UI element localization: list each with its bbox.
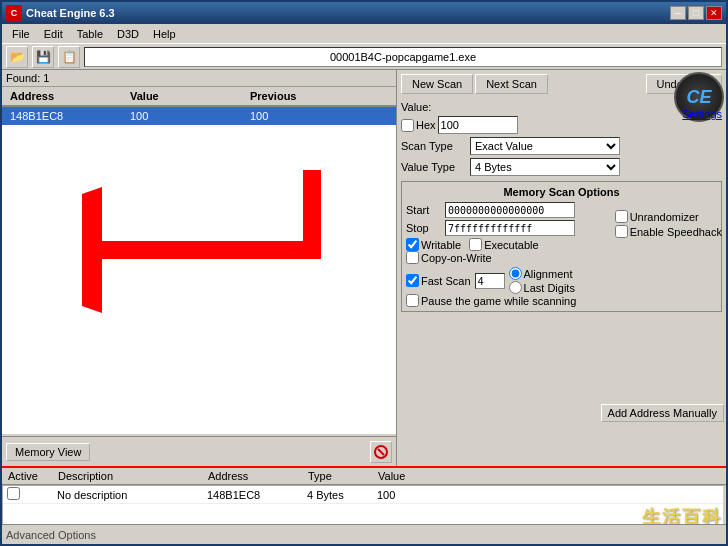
title-bar-left: C Cheat Engine 6.3 — [6, 5, 115, 21]
menu-d3d[interactable]: D3D — [111, 26, 145, 42]
addr-table-header: Active Description Address Type Value — [2, 468, 726, 485]
scan-type-label: Scan Type — [401, 140, 466, 152]
speedhack-item: Enable Speedhack — [615, 225, 722, 238]
copy-on-write-checkbox[interactable] — [406, 251, 419, 264]
svg-line-2 — [378, 449, 384, 455]
addr-header-value: Value — [374, 469, 724, 483]
fast-scan-checkbox[interactable] — [406, 274, 419, 287]
minimize-button[interactable]: ─ — [670, 6, 686, 20]
addr-row[interactable]: No description 148B1EC8 4 Bytes 100 — [3, 486, 723, 504]
fast-scan-input[interactable] — [475, 273, 505, 289]
value-label: Value: — [401, 101, 461, 113]
scan-type-row: Scan Type Exact Value — [401, 137, 722, 155]
memory-view-button[interactable]: Memory View — [6, 443, 90, 461]
process-input[interactable] — [84, 47, 722, 67]
title-bar: C Cheat Engine 6.3 ─ □ ✕ — [2, 2, 726, 24]
fast-scan-item: Fast Scan — [406, 274, 471, 287]
stop-scan-button[interactable] — [370, 441, 392, 463]
value-type-row: Value Type 4 Bytes — [401, 158, 722, 176]
addr-active-cell — [3, 486, 53, 503]
load-button[interactable]: 📋 — [58, 46, 80, 68]
menu-bar: File Edit Table D3D Help — [2, 24, 726, 44]
last-digits-radio-item: Last Digits — [509, 281, 575, 294]
speedhack-checkbox[interactable] — [615, 225, 628, 238]
addr-value-cell: 100 — [373, 488, 723, 502]
value-type-select[interactable]: 4 Bytes — [470, 158, 620, 176]
found-count: Found: 1 — [2, 70, 396, 87]
scan-previous: 100 — [242, 108, 396, 124]
value-input[interactable] — [438, 116, 518, 134]
new-scan-button[interactable]: New Scan — [401, 74, 473, 94]
menu-file[interactable]: File — [6, 26, 36, 42]
unrandomizer-label: Unrandomizer — [630, 211, 699, 223]
scan-row[interactable]: 148B1EC8 100 100 — [2, 107, 396, 125]
scan-table-body: 148B1EC8 100 100 — [2, 107, 396, 434]
addr-desc-cell: No description — [53, 488, 203, 502]
addr-header-active: Active — [4, 469, 54, 483]
advanced-options-bar: Advanced Options — [2, 524, 726, 544]
addr-active-checkbox[interactable] — [7, 487, 20, 500]
col-address-header: Address — [2, 88, 122, 104]
process-bar: 📂 💾 📋 — [2, 44, 726, 70]
writable-item: Writable — [406, 238, 461, 251]
left-bottom-controls: Memory View — [2, 436, 396, 466]
hex-label: Hex — [416, 119, 436, 131]
executable-checkbox[interactable] — [469, 238, 482, 251]
maximize-button[interactable]: □ — [688, 6, 704, 20]
addr-header-address: Address — [204, 469, 304, 483]
pause-checkbox[interactable] — [406, 294, 419, 307]
menu-help[interactable]: Help — [147, 26, 182, 42]
app-icon: C — [6, 5, 22, 21]
scan-table: Address Value Previous 148B1EC8 100 100 — [2, 87, 396, 436]
advanced-options-label[interactable]: Advanced Options — [6, 529, 96, 541]
copy-on-write-label: Copy-on-Write — [421, 252, 492, 264]
add-address-button[interactable]: Add Address Manually — [601, 404, 724, 422]
unrandomizer-checkbox[interactable] — [615, 210, 628, 223]
pause-label: Pause the game while scanning — [421, 295, 576, 307]
col-previous-header: Previous — [242, 88, 396, 104]
copy-on-write-item: Copy-on-Write — [406, 251, 492, 264]
menu-edit[interactable]: Edit — [38, 26, 69, 42]
menu-table[interactable]: Table — [71, 26, 109, 42]
alignment-radio[interactable] — [509, 267, 522, 280]
last-digits-radio[interactable] — [509, 281, 522, 294]
speedhack-label: Enable Speedhack — [630, 226, 722, 238]
stop-label: Stop — [406, 222, 441, 234]
scan-type-select[interactable]: Exact Value — [470, 137, 620, 155]
save-button[interactable]: 💾 — [32, 46, 54, 68]
addr-address-cell: 148B1EC8 — [203, 488, 303, 502]
executable-item: Executable — [469, 238, 538, 251]
col-value-header: Value — [122, 88, 242, 104]
close-button[interactable]: ✕ — [706, 6, 722, 20]
addr-type-cell: 4 Bytes — [303, 488, 373, 502]
open-process-button[interactable]: 📂 — [6, 46, 28, 68]
alignment-radio-item: Alignment — [509, 267, 575, 280]
writable-checkbox[interactable] — [406, 238, 419, 251]
fast-scan-label: Fast Scan — [421, 275, 471, 287]
alignment-label: Alignment — [524, 268, 573, 280]
stop-input[interactable] — [445, 220, 575, 236]
start-input[interactable] — [445, 202, 575, 218]
left-panel: Found: 1 Address Value Previous 148B1EC8… — [2, 70, 397, 466]
addr-header-type: Type — [304, 469, 374, 483]
memory-scan-group: Memory Scan Options Start Stop Writable — [401, 181, 722, 312]
executable-label: Executable — [484, 239, 538, 251]
next-scan-button[interactable]: Next Scan — [475, 74, 548, 94]
unrandomizer-item: Unrandomizer — [615, 210, 722, 223]
settings-link[interactable]: Settings — [682, 108, 722, 120]
pause-row: Pause the game while scanning — [406, 294, 717, 307]
right-checkboxes: Unrandomizer Enable Speedhack — [615, 210, 722, 238]
hex-checkbox[interactable] — [401, 119, 414, 132]
addr-header-desc: Description — [54, 469, 204, 483]
scan-value: 100 — [122, 108, 242, 124]
scan-address: 148B1EC8 — [2, 108, 122, 124]
writable-label: Writable — [421, 239, 461, 251]
app-title: Cheat Engine 6.3 — [26, 7, 115, 19]
alignment-radios: Alignment Last Digits — [509, 267, 575, 294]
writable-exec-row: Writable Executable — [406, 238, 717, 251]
scan-table-header: Address Value Previous — [2, 87, 396, 107]
window-controls: ─ □ ✕ — [670, 6, 722, 20]
cow-row: Copy-on-Write — [406, 251, 717, 264]
last-digits-label: Last Digits — [524, 282, 575, 294]
right-panel: New Scan Next Scan Undo Scan CE Settings… — [397, 70, 726, 466]
